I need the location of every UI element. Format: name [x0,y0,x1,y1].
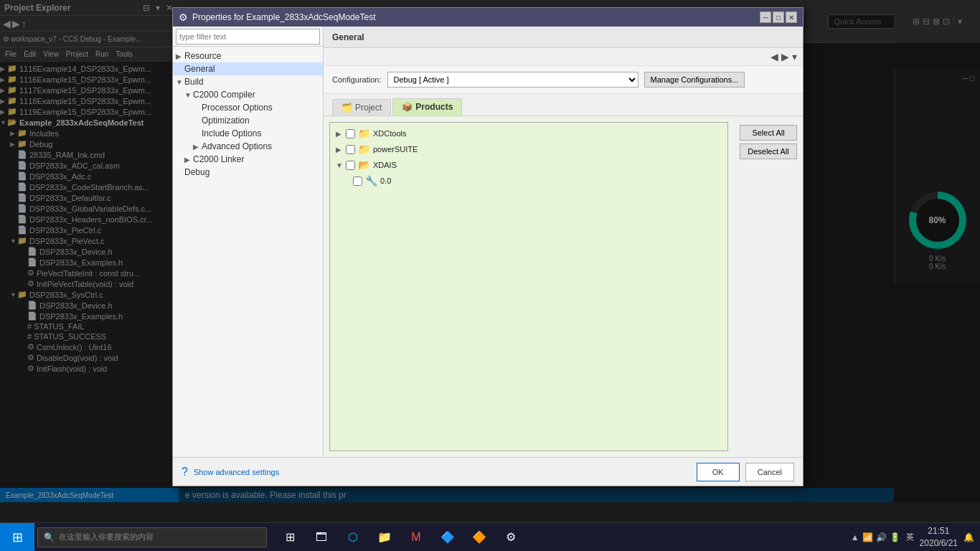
xdctools-checkbox[interactable] [346,129,355,138]
dialog-tree-item-c2000_linker[interactable]: ▶ C2000 Linker [173,153,323,166]
taskbar-edge-btn[interactable]: ⬡ [339,523,367,552]
search-icon: 🔍 [44,532,55,542]
dialog-left-panel: ▶ Resource General ▼ Build ▼ C2000 Compi… [173,27,324,457]
content-main: ▶ 📁 XDCtools ▶ 📁 powerSUITE [324,116,803,457]
dialog-title-text: Properties for Example_2833xAdcSeqModeTe… [192,12,375,22]
product-row-xdctools[interactable]: ▶ 📁 XDCtools [333,126,725,141]
tray-sound-icon: 🔊 [876,532,887,542]
taskbar-matlab-btn[interactable]: M [402,523,430,552]
dialog-tree-item-resource[interactable]: ▶ Resource [173,50,323,62]
tray-wifi-icon: 📶 [862,532,873,542]
dialog-section-header: General [324,27,803,48]
tree-arrow-c2000_compiler: ▼ [184,91,193,99]
tree-label-advanced_options: Advanced Options [202,141,320,151]
nav-dropdown-icon[interactable]: ▾ [792,51,797,62]
clock-date: 2020/6/21 [920,537,958,550]
tree-label-general: General [184,64,320,74]
properties-dialog: ⚙ Properties for Example_2833xAdcSeqMode… [172,7,804,486]
powersuite-label: powerSUITE [373,145,418,154]
taskbar-right: ▲ 📶 🔊 🔋 英 21:51 2020/6/21 🔔 [851,525,980,550]
dialog-tree-item-advanced_options[interactable]: ▶ Advanced Options [173,140,323,153]
product-row-xdais-00[interactable]: 🔧 0.0 [333,173,725,189]
dialog-bottom-right: OK Cancel [697,463,794,481]
product-row-xdais[interactable]: ▼ 📂 XDAIS [333,157,725,173]
dialog-tree-item-debug[interactable]: Debug [173,166,323,179]
cancel-btn[interactable]: Cancel [745,463,794,481]
tree-label-resource: Resource [184,51,320,61]
products-panel: ▶ 📁 XDCtools ▶ 📁 powerSUITE [324,116,734,457]
filter-input[interactable] [176,29,320,44]
tab-products-icon: 📦 [402,102,413,112]
config-row: Configuration: Debug [ Active ] Manage C… [324,66,803,94]
help-icon[interactable]: ? [182,466,188,479]
taskbar-ccs-icon[interactable]: ⚙ [496,523,525,552]
taskbar-icon6[interactable]: 🔷 [433,523,462,552]
nav-back-btn[interactable]: ◀ [771,51,778,62]
clock-time: 21:51 [920,525,958,537]
tab-project-label: Project [355,103,382,113]
dialog-title-icon: ⚙ [179,11,188,23]
taskbar-folder-btn[interactable]: 📁 [370,523,399,552]
xdais-00-label: 0.0 [380,176,391,185]
tab-project-icon: 🗂️ [341,103,352,113]
dialog-tree-item-processor_options[interactable]: Processor Options [173,101,323,114]
taskbar-icon7[interactable]: 🔶 [465,523,494,552]
taskbar: ⊞ 🔍 在这里输入你要搜索的内容 ⊞ 🗔 ⬡ 📁 M 🔷 🔶 ⚙ ▲ 📶 🔊 🔋… [0,522,980,551]
xdctools-arrow[interactable]: ▶ [336,130,346,138]
xdais-label: XDAIS [373,161,397,169]
notification-icon[interactable]: 🔔 [963,532,974,542]
dialog-header-text: General [332,32,364,42]
dialog-body: ▶ Resource General ▼ Build ▼ C2000 Compi… [173,27,803,457]
xdais-00-checkbox[interactable] [353,176,362,186]
xdctools-icon: 📁 [358,128,370,139]
manage-config-btn[interactable]: Manage Configurations... [644,72,745,88]
taskbar-search[interactable]: 🔍 在这里输入你要搜索的内容 [37,527,267,547]
products-layout: ▶ 📁 XDCtools ▶ 📁 powerSUITE [324,116,803,457]
taskbar-clock[interactable]: 21:51 2020/6/21 [920,525,958,550]
dialog-bottom-left: ? Show advanced settings [182,466,279,479]
dialog-minimize-btn[interactable]: ─ [760,11,771,23]
xdctools-label: XDCtools [373,129,406,138]
dialog-title-left: ⚙ Properties for Example_2833xAdcSeqMode… [179,11,375,23]
tab-project[interactable]: 🗂️ Project [332,99,391,116]
taskbar-search-placeholder: 在这里输入你要搜索的内容 [59,532,154,542]
product-row-powersuite[interactable]: ▶ 📁 powerSUITE [333,141,725,157]
lang-indicator: 英 [906,532,914,542]
dialog-close-btn[interactable]: ✕ [786,11,797,23]
tree-label-c2000_linker: C2000 Linker [193,154,320,164]
select-all-btn[interactable]: Select All [740,125,797,141]
dialog-right-panel: General ◀ ▶ ▾ Configuration: Debug [ Act… [324,27,803,457]
show-advanced-link[interactable]: Show advanced settings [194,468,279,476]
taskbar-view-btn[interactable]: 🗔 [307,523,336,552]
tree-arrow-c2000_linker: ▶ [184,156,193,164]
config-select[interactable]: Debug [ Active ] [387,72,639,88]
nav-forward-btn[interactable]: ▶ [781,51,789,62]
config-label: Configuration: [332,75,382,84]
tree-label-include_options: Include Options [202,128,320,138]
tabs-row: 🗂️ Project 📦 Products [324,94,803,116]
xdais-arrow[interactable]: ▼ [336,161,346,169]
filter-box [173,27,323,47]
ok-btn[interactable]: OK [697,463,740,481]
deselect-all-btn[interactable]: Deselect All [740,143,797,159]
tree-arrow-advanced_options: ▶ [193,143,202,151]
xdais-icon: 📂 [358,159,370,171]
nav-row: ◀ ▶ ▾ [324,48,803,66]
tab-products-label: Products [415,102,453,112]
start-button[interactable]: ⊞ [0,523,34,552]
tab-products[interactable]: 📦 Products [392,98,462,116]
products-inner: ▶ 📁 XDCtools ▶ 📁 powerSUITE [329,122,728,451]
tree-label-build: Build [184,77,320,87]
dialog-maximize-btn[interactable]: □ [773,11,784,23]
dialog-tree-item-c2000_compiler[interactable]: ▼ C2000 Compiler [173,88,323,101]
tray-icon1: ▲ [851,532,859,542]
powersuite-checkbox[interactable] [346,145,355,154]
dialog-tree-item-build[interactable]: ▼ Build [173,75,323,88]
dialog-tree-item-optimization[interactable]: Optimization [173,114,323,127]
products-buttons: Select All Deselect All [734,116,803,457]
xdais-checkbox[interactable] [346,161,355,170]
dialog-tree-item-general[interactable]: General [173,62,323,75]
taskbar-apps-btn[interactable]: ⊞ [275,523,304,552]
powersuite-arrow[interactable]: ▶ [336,146,346,154]
dialog-tree-item-include_options[interactable]: Include Options [173,127,323,140]
